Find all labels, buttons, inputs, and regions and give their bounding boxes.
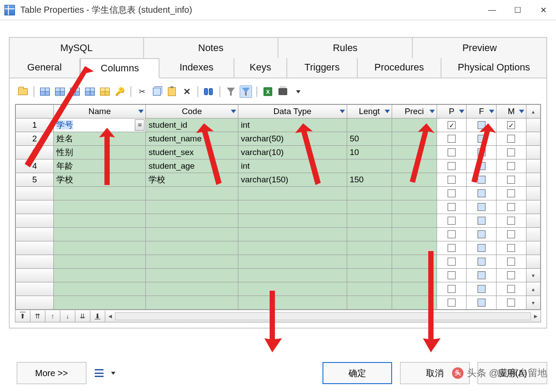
checkbox[interactable] — [478, 299, 486, 307]
chevron-down-icon[interactable] — [430, 110, 435, 113]
scrollbar-track[interactable] — [526, 146, 540, 159]
excel-icon[interactable]: X — [262, 85, 274, 98]
cell-datatype[interactable] — [238, 214, 347, 228]
cell-length[interactable] — [347, 159, 392, 173]
table-row[interactable]: ▾ — [16, 269, 541, 282]
move-up-button[interactable]: ↑ — [45, 311, 60, 322]
table-row[interactable] — [16, 255, 541, 269]
checkbox[interactable] — [507, 162, 515, 170]
cell-code[interactable]: student_id — [146, 118, 238, 132]
cell-code[interactable]: student_name — [146, 132, 238, 146]
checkbox[interactable] — [448, 299, 456, 307]
checkbox[interactable] — [478, 230, 486, 238]
scroll-up[interactable]: ▴ — [526, 105, 540, 118]
scrollbar-track[interactable]: ▾ — [526, 296, 540, 310]
cell-p[interactable]: ✓ — [437, 118, 467, 132]
cell-precision[interactable] — [392, 282, 437, 296]
checkbox[interactable]: ✓ — [448, 121, 456, 129]
cell-p[interactable] — [437, 241, 467, 255]
table-row[interactable] — [16, 228, 541, 241]
cell-length[interactable] — [347, 118, 392, 132]
cell-f[interactable] — [467, 132, 497, 146]
key-icon[interactable]: 🔑 — [114, 85, 126, 98]
cell-precision[interactable] — [392, 132, 437, 146]
move-down-many-button[interactable]: ⇊ — [75, 311, 90, 322]
cell-p[interactable] — [437, 187, 467, 200]
cell-precision[interactable] — [392, 241, 437, 255]
cell-length[interactable] — [347, 269, 392, 282]
checkbox[interactable] — [507, 217, 515, 225]
columns-grid[interactable]: Name Code Data Type Lengt Preci P F M ▴ … — [15, 104, 541, 310]
scrollbar-track[interactable] — [526, 118, 540, 132]
cell-f[interactable] — [467, 173, 497, 187]
cell-p[interactable] — [437, 282, 467, 296]
cell-p[interactable] — [437, 132, 467, 146]
cell-precision[interactable] — [392, 214, 437, 228]
row-number[interactable] — [16, 214, 54, 228]
move-top-button[interactable]: ⬆ — [15, 311, 30, 322]
cell-datatype[interactable] — [238, 228, 347, 241]
checkbox[interactable] — [478, 176, 486, 184]
checkbox[interactable] — [478, 244, 486, 252]
row-number[interactable]: 1 — [16, 118, 54, 132]
cell-datatype[interactable]: varchar(150) — [238, 173, 347, 187]
cell-m[interactable] — [497, 214, 526, 228]
cell-datatype[interactable] — [238, 241, 347, 255]
table-row[interactable] — [16, 187, 541, 200]
cell-m[interactable] — [497, 200, 526, 214]
cell-p[interactable] — [437, 146, 467, 159]
table-row[interactable] — [16, 241, 541, 255]
cell-precision[interactable] — [392, 200, 437, 214]
checkbox[interactable] — [448, 258, 456, 266]
table-row[interactable] — [16, 214, 541, 228]
more-button[interactable]: More >> — [17, 362, 86, 384]
gold-grid-icon[interactable] — [99, 85, 111, 98]
filter-icon[interactable] — [225, 85, 237, 98]
row-number[interactable]: 5 — [16, 173, 54, 187]
cell-datatype[interactable] — [238, 187, 347, 200]
cell-datatype[interactable] — [238, 269, 347, 282]
cell-f[interactable] — [467, 282, 497, 296]
table-row[interactable] — [16, 200, 541, 214]
cell-length[interactable]: 50 — [347, 132, 392, 146]
chevron-down-icon[interactable] — [385, 110, 390, 113]
open-icon[interactable] — [17, 85, 29, 98]
checkbox[interactable] — [507, 148, 515, 156]
checkbox[interactable] — [448, 203, 456, 211]
cell-datatype[interactable] — [238, 296, 347, 310]
checkbox[interactable] — [478, 217, 486, 225]
table-row[interactable]: 4年龄student_ageint — [16, 159, 541, 173]
scrollbar-track[interactable] — [526, 173, 540, 187]
tab-keys[interactable]: Keys — [234, 58, 287, 78]
cell-name[interactable] — [53, 200, 145, 214]
cell-name[interactable] — [53, 282, 145, 296]
checkbox[interactable] — [478, 162, 486, 170]
cell-name[interactable]: 年龄 — [53, 159, 145, 173]
cell-code[interactable] — [146, 241, 238, 255]
checkbox[interactable] — [448, 162, 456, 170]
cell-code[interactable] — [146, 200, 238, 214]
cell-name[interactable]: 学校 — [53, 173, 145, 187]
cell-code[interactable] — [146, 255, 238, 269]
row-number[interactable] — [16, 269, 54, 282]
cell-m[interactable] — [497, 269, 526, 282]
cell-f[interactable] — [467, 200, 497, 214]
cell-length[interactable] — [347, 296, 392, 310]
checkbox[interactable] — [478, 285, 486, 293]
tab-preview[interactable]: Preview — [413, 38, 546, 58]
cell-code[interactable]: 学校 — [146, 173, 238, 187]
chevron-down-icon[interactable] — [459, 110, 464, 113]
table-row[interactable]: 1学号=student_idint✓✓ — [16, 118, 541, 132]
scrollbar-track[interactable] — [526, 214, 540, 228]
checkbox[interactable] — [507, 244, 515, 252]
checkbox[interactable] — [507, 135, 515, 143]
scrollbar-track[interactable] — [526, 159, 540, 173]
cell-precision[interactable] — [392, 173, 437, 187]
cell-name[interactable]: 姓名 — [53, 132, 145, 146]
header-p[interactable]: P — [437, 105, 467, 118]
checkbox[interactable] — [478, 203, 486, 211]
cell-datatype[interactable]: varchar(10) — [238, 146, 347, 159]
cell-datatype[interactable] — [238, 200, 347, 214]
cell-m[interactable] — [497, 187, 526, 200]
move-bottom-button[interactable]: ⬇ — [90, 311, 105, 322]
